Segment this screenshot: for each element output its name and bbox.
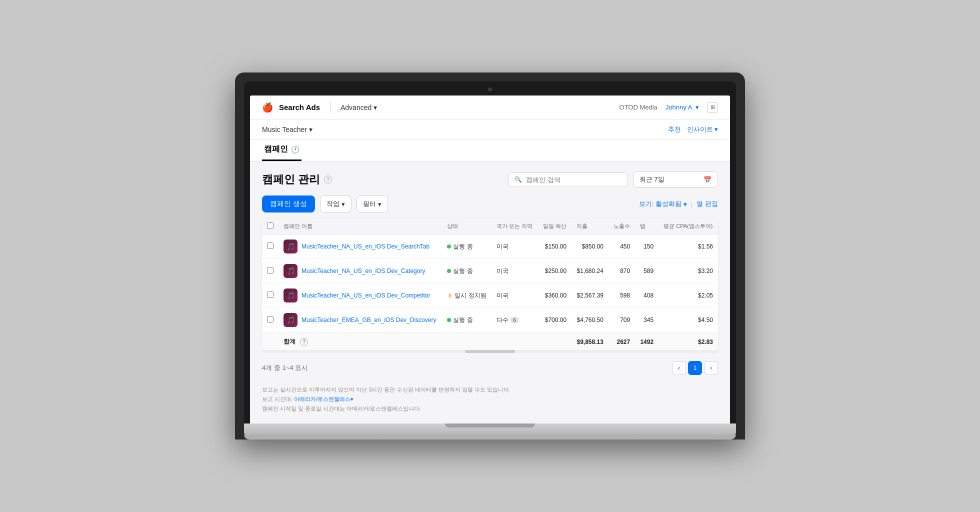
row-spend-2: $1,680.24 [572,259,608,284]
row-avg-cpa-2: $3.20 [658,259,718,284]
campaigns-table: 캠페인 이름 상태 국가 또는 지역 일일 예산 지출 노출수 탭 평균 CPA… [262,218,718,351]
totals-taps: 1492 [635,332,658,352]
prev-page-button[interactable]: ‹ [672,361,686,375]
row-spend-1: $850.00 [572,234,608,259]
campaign-name-1[interactable]: MusicTeacher_NA_US_en_iOS Dev_SearchTab [302,243,430,250]
create-campaign-button[interactable]: 캠페인 생성 [262,196,315,212]
main-content: 캠페인 관리 ? 🔍 최근 7일 📅 [250,162,730,423]
scrollbar-thumb[interactable] [465,350,515,353]
pagination-buttons: ‹ 1 › [672,361,718,375]
search-input[interactable] [526,176,622,184]
footer-note-3: 캠페인 시작일 및 종료일 시간대는 아메리카/로스앤젤레스입니다. [262,404,718,414]
row-impressions-2: 870 [608,259,635,284]
insight-button[interactable]: 인사이트 ▾ [687,125,718,134]
row-checkbox-2[interactable] [267,267,274,274]
chevron-down-icon: ▾ [374,104,377,112]
row-taps-2: 589 [635,259,658,284]
totals-info-icon[interactable]: ? [300,338,308,346]
pause-icon: ⏸ [447,292,452,298]
row-daily-budget-2: $250.00 [538,259,572,284]
totals-avg-cpa: $2.83 [658,332,718,352]
recommend-button[interactable]: 추천 [668,125,681,134]
col-header-status: 상태 [442,218,492,234]
col-header-country: 국가 또는 지역 [492,218,538,234]
campaign-name-4[interactable]: MusicTeacher_EMEA_GB_en_iOS Dev_Discover… [302,316,436,324]
status-dot [447,318,451,322]
row-checkbox-3[interactable] [267,292,274,298]
date-range-picker[interactable]: 최근 7일 📅 [633,172,718,188]
next-page-button[interactable]: › [704,361,718,375]
row-taps-1: 150 [635,234,658,259]
action-dropdown-button[interactable]: 작업 ▾ [320,196,352,212]
column-edit-button[interactable]: 열 편집 [696,200,718,208]
tab-campaign[interactable]: 캠페인 🕐 [262,138,302,161]
tab-bar: 캠페인 🕐 [250,140,730,162]
col-header-impressions: 노출수 [608,218,635,234]
section-title-left: 캠페인 관리 ? [262,172,332,187]
campaign-name-3[interactable]: MusicTeacher_NA_US_en_iOS Dev_Competitor [302,292,430,299]
row-avg-cpa-4: $4.50 [658,308,718,332]
layout-toggle-button[interactable]: ⊞ [707,102,718,113]
laptop-base [244,424,736,434]
chevron-down-icon: ▾ [309,126,312,134]
toolbar-right: 보기: 활성화됨 ▾ | 열 편집 [639,200,718,208]
campaign-name-2[interactable]: MusicTeacher_NA_US_en_iOS Dev_Category [302,268,425,274]
select-all-checkbox[interactable] [267,222,274,229]
row-avg-cpa-3: $2.05 [658,284,718,308]
toolbar-row: 캠페인 생성 작업 ▾ 필터 ▾ [262,196,718,212]
row-taps-3: 408 [635,284,658,308]
page-1-button[interactable]: 1 [688,361,702,375]
advanced-dropdown-button[interactable]: Advanced ▾ [340,104,377,112]
select-all-checkbox-header[interactable] [262,218,278,234]
timezone-link[interactable]: 아메리카/로스앤젤레스▾ [294,396,354,402]
col-header-spend: 지출 [572,218,608,234]
sub-header: Music Teacher ▾ 추천 인사이트 ▾ [250,120,730,140]
search-icon: 🔍 [514,176,522,183]
user-menu-button[interactable]: Johnny A. ▾ [666,104,699,111]
tab-campaign-label: 캠페인 [264,144,288,154]
table-scrollbar[interactable] [262,350,718,353]
info-icon[interactable]: ? [324,176,332,184]
clock-icon: 🕐 [291,146,300,154]
totals-label: 합계 ? [278,332,538,352]
chevron-down-icon: ▾ [684,200,687,208]
row-status-4: 실행 중 [442,308,492,332]
app-icon: 🎵 [284,264,298,278]
row-country-2: 미국 [492,259,538,284]
toolbar-left: 캠페인 생성 작업 ▾ 필터 ▾ [262,196,388,212]
header-left: 🍎 Search Ads Advanced ▾ [262,102,377,113]
col-header-avg-cpa: 평균 CPA(앱스투어) [658,218,718,234]
row-taps-4: 345 [635,308,658,332]
laptop-screen: 🍎 Search Ads Advanced ▾ OTOD Media Johnn… [250,96,730,423]
layout-icon: ⊞ [710,104,715,110]
table-row: 🎵 MusicTeacher_EMEA_GB_en_iOS Dev_Discov… [262,308,718,332]
row-checkbox-4[interactable] [267,316,274,322]
record-count-label: 4개 중 1~4 표시 [262,364,308,372]
status-dot [447,269,451,273]
footer-notes: 보고는 실시간으로 이루어지지 않으며 지난 3시간 동안 수신된 데이터를 반… [262,385,718,413]
filter-dropdown-button[interactable]: 필터 ▾ [356,196,388,212]
app-selector-button[interactable]: Music Teacher ▾ [262,126,312,134]
row-spend-4: $4,760.50 [572,308,608,332]
section-title-right: 🔍 최근 7일 📅 [508,172,718,188]
chevron-down-icon: ▾ [378,200,382,208]
row-spend-3: $2,567.39 [572,284,608,308]
table-header-row: 캠페인 이름 상태 국가 또는 지역 일일 예산 지출 노출수 탭 평균 CPA… [262,218,718,234]
table-row: 🎵 MusicTeacher_NA_US_en_iOS Dev_SearchTa… [262,234,718,259]
app-header: 🍎 Search Ads Advanced ▾ OTOD Media Johnn… [250,96,730,120]
laptop-frame: 🍎 Search Ads Advanced ▾ OTOD Media Johnn… [235,72,745,439]
totals-daily-budget [538,332,572,352]
chevron-down-icon: ▾ [714,126,718,133]
row-checkbox-1[interactable] [267,242,274,249]
table-row: 🎵 MusicTeacher_NA_US_en_iOS Dev_Category… [262,259,718,284]
row-impressions-1: 450 [608,234,635,259]
footer-note-1: 보고는 실시간으로 이루어지지 않으며 지난 3시간 동안 수신된 데이터를 반… [262,385,718,394]
row-country-3: 미국 [492,284,538,308]
row-status-2: 실행 중 [442,259,492,284]
totals-impressions: 2627 [608,332,635,352]
row-country-4: 다수 6 [492,308,538,332]
col-header-taps: 탭 [635,218,658,234]
table-totals-row: 합계 ? $9,858.13 2627 1492 $2.83 [262,332,718,352]
org-name-label: OTOD Media [620,104,658,111]
view-dropdown-button[interactable]: 보기: 활성화됨 ▾ [639,200,687,208]
